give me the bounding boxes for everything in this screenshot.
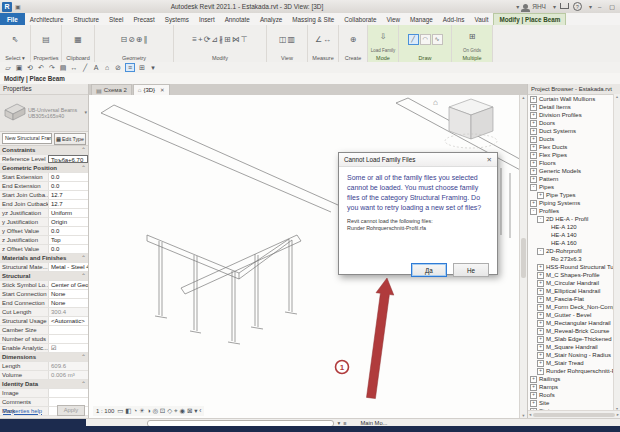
property-value[interactable]: Uniform — [48, 209, 88, 217]
expand-icon[interactable]: + — [537, 288, 544, 295]
ribbon-tab-structure[interactable]: Structure — [68, 13, 104, 25]
minimize-button[interactable]: – — [596, 4, 603, 10]
property-value[interactable]: None — [48, 290, 88, 298]
scroll-thumb[interactable] — [521, 238, 526, 278]
cursor-icon[interactable]: ⇖ — [12, 35, 19, 44]
browser-item[interactable]: +Curtain Wall Mullions — [528, 95, 620, 103]
browser-item[interactable]: +M_Fascia-Flat — [528, 295, 620, 303]
browser-item[interactable]: +Pipe Types — [528, 191, 620, 199]
help-icon[interactable]: ? — [573, 2, 582, 11]
help-caret-icon[interactable]: ▾ — [589, 3, 592, 10]
property-value[interactable]: 0.0 — [48, 182, 88, 190]
browser-item[interactable]: +Flex Ducts — [528, 143, 620, 151]
browser-item[interactable]: +M_Circular Handrail — [528, 279, 620, 287]
expand-icon[interactable]: + — [530, 120, 537, 127]
collapse-icon[interactable]: - — [537, 216, 544, 223]
browser-item[interactable]: +Division Profiles — [528, 111, 620, 119]
browser-item[interactable]: +M_Form Deck_Non-Compo... — [528, 303, 620, 311]
close-icon[interactable]: ✕ — [160, 87, 165, 93]
property-value[interactable] — [48, 326, 88, 334]
pin-icon[interactable]: ⊤ — [241, 35, 248, 44]
dim-icon[interactable]: ↔ — [323, 35, 331, 44]
qat-customize-icon[interactable]: ▣ — [15, 3, 21, 10]
revit-logo-icon[interactable]: R — [2, 2, 12, 12]
browser-item[interactable]: +Doors — [528, 119, 620, 127]
drawing-area[interactable]: ⌂ Cannot Load Family Files ✕ Some or all… — [89, 95, 527, 418]
ribbon-tab-view[interactable]: View — [382, 13, 406, 25]
browser-item[interactable]: +Duct Systems — [528, 127, 620, 135]
property-value[interactable]: Origin — [48, 218, 88, 226]
browser-item[interactable]: +Generic Models — [528, 167, 620, 175]
offset-icon[interactable]: ∥ — [144, 35, 148, 44]
browser-item[interactable]: -Pipes — [528, 183, 620, 191]
text-icon[interactable]: A — [92, 64, 100, 71]
browser-item[interactable]: +M_Square Handrail — [528, 343, 620, 351]
property-value[interactable] — [48, 335, 88, 343]
property-value[interactable]: Top — [48, 236, 88, 244]
ribbon-tab-vault[interactable]: Vault — [470, 13, 494, 25]
history-icon[interactable]: ‹ — [199, 407, 201, 414]
browser-item[interactable]: +Ducts — [528, 135, 620, 143]
expand-icon[interactable]: + — [530, 400, 537, 407]
browser-item[interactable]: HE-A 160 — [528, 239, 620, 247]
expand-icon[interactable]: + — [530, 112, 537, 119]
browser-item[interactable]: +Site — [528, 399, 620, 407]
reveal-hidden-icon[interactable]: ◉ — [179, 407, 186, 414]
scroll-thumb[interactable] — [533, 413, 614, 417]
browser-item[interactable]: +Roofs — [528, 391, 620, 399]
maximize-button[interactable]: ▢ — [607, 3, 617, 10]
signed-in-user[interactable]: ЯНЧ — [532, 3, 546, 10]
expand-icon[interactable]: + — [530, 96, 537, 103]
user-caret-icon[interactable]: ▾ — [553, 3, 556, 10]
crop-visible-icon[interactable]: ◇ — [167, 407, 174, 414]
property-value[interactable]: 0.0 — [48, 245, 88, 253]
collapse-icon[interactable]: ⌃ — [81, 272, 88, 280]
scroll-up-icon[interactable]: ▴ — [522, 95, 524, 100]
browser-item[interactable]: +Railings — [528, 375, 620, 383]
type-selector[interactable]: UB-Universal Beams UB305x165x40 ▾ — [0, 95, 88, 132]
property-value[interactable]: Тръба+6.70 — [48, 155, 88, 163]
expand-icon[interactable]: + — [530, 104, 537, 111]
expand-icon[interactable]: + — [530, 152, 537, 159]
ribbon-tab-annotate[interactable]: Annotate — [220, 13, 255, 25]
ribbon-tab-add-ins[interactable]: Add-Ins — [438, 13, 470, 25]
element-filter-select[interactable]: New Structural Frami — [2, 133, 52, 144]
yes-button[interactable]: Да — [411, 263, 447, 277]
redo-icon[interactable]: ↷ — [48, 64, 56, 72]
no-button[interactable]: Не — [453, 263, 489, 277]
measure-icon[interactable]: ∠ — [315, 35, 322, 44]
properties-icon[interactable]: ▤ — [42, 35, 50, 44]
property-value[interactable]: 0.0 — [48, 227, 88, 235]
apply-button[interactable]: Apply — [57, 405, 85, 416]
browser-item[interactable]: -2D HE-A - Profil — [528, 215, 620, 223]
browser-item[interactable]: +M_Rectangular Handrail — [528, 319, 620, 327]
property-value[interactable]: Center of Geom... — [48, 281, 88, 289]
collapse-icon[interactable]: ⌃ — [81, 164, 88, 172]
browser-vscrollbar[interactable]: ▴ ▾ — [613, 94, 620, 411]
browser-item[interactable]: +M_Gutter - Bevel — [528, 311, 620, 319]
ribbon-tab-file[interactable]: File — [0, 13, 25, 25]
save-icon[interactable]: ▣ — [15, 64, 23, 72]
browser-item[interactable]: HE-A 120 — [528, 223, 620, 231]
search-caret-icon[interactable]: ▾ — [516, 3, 519, 10]
expand-icon[interactable]: + — [537, 320, 544, 327]
collapse-icon[interactable]: - — [530, 184, 537, 191]
browser-item[interactable]: +M_C Shapes-Profile — [528, 271, 620, 279]
align-icon[interactable]: ≡ — [192, 35, 197, 44]
scroll-right-icon[interactable]: ▸ — [617, 412, 619, 417]
section-icon[interactable]: ⊘ — [114, 64, 122, 72]
expand-icon[interactable]: + — [530, 160, 537, 167]
home3d-icon[interactable]: ⌂ — [103, 64, 111, 71]
expand-icon[interactable]: + — [530, 392, 537, 399]
on-grids-icon[interactable]: ⊞ — [469, 32, 476, 41]
collapse-icon[interactable]: - — [537, 248, 544, 255]
edit-type-button[interactable]: ▤ Edit Type — [54, 133, 86, 145]
ribbon-tab-architecture[interactable]: Architecture — [25, 13, 69, 25]
browser-hscrollbar[interactable]: ◂ ▸ — [528, 410, 620, 418]
expand-icon[interactable]: + — [530, 144, 537, 151]
sync-icon[interactable]: ⟲ — [26, 64, 34, 72]
view-tab-3d[interactable]: ⌂{3D}✕ — [133, 84, 170, 95]
expand-icon[interactable]: + — [530, 176, 537, 183]
cope-icon[interactable]: ⊟ — [120, 35, 127, 44]
browser-item[interactable]: HE-A 140 — [528, 231, 620, 239]
